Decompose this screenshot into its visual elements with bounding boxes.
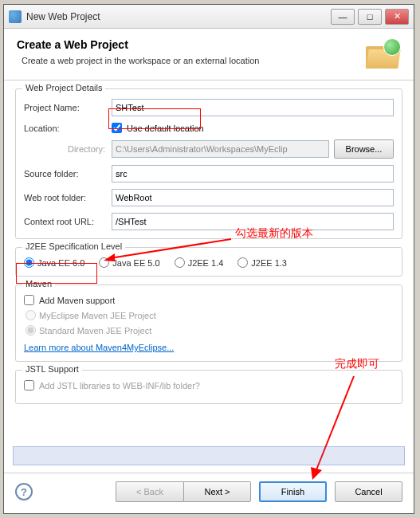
folder-globe-icon xyxy=(366,38,401,69)
add-jstl-label: Add JSTL libraries to WEB-INF/lib folder… xyxy=(39,381,200,390)
java-ee-60-radio[interactable] xyxy=(24,257,34,268)
source-folder-label: Source folder: xyxy=(24,169,112,179)
jstl-group: JSTL Support Add JSTL libraries to WEB-I… xyxy=(15,370,402,404)
footer: ? < Back Next > Finish Cancel xyxy=(4,473,414,513)
java-ee-60-label: Java EE 6.0 xyxy=(37,258,84,268)
help-icon[interactable]: ? xyxy=(15,483,33,500)
finish-button[interactable]: Finish xyxy=(259,481,327,502)
web-root-label: Web root folder: xyxy=(24,193,112,202)
use-default-label: Use default location xyxy=(127,124,204,133)
j2ee-14-label: J2EE 1.4 xyxy=(188,258,224,268)
back-button: < Back xyxy=(116,481,183,502)
cancel-button[interactable]: Cancel xyxy=(335,481,402,502)
j2ee-13-radio[interactable] xyxy=(237,257,248,268)
banner: Create a Web Project Create a web projec… xyxy=(4,29,414,80)
directory-input xyxy=(112,140,329,158)
details-group-title: Web Project Details xyxy=(22,83,105,92)
context-root-input[interactable] xyxy=(112,213,394,230)
web-root-input[interactable] xyxy=(112,189,394,206)
java-ee-50-label: Java EE 5.0 xyxy=(112,258,159,268)
project-name-label: Project Name: xyxy=(24,103,112,112)
project-name-input[interactable] xyxy=(112,99,394,116)
maven-group: Maven Add Maven support MyEclipse Maven … xyxy=(15,285,402,362)
banner-desc: Create a web project in the workspace or… xyxy=(22,56,366,65)
dialog-window: New Web Project — □ ✕ Create a Web Proje… xyxy=(3,4,414,514)
standard-maven-label: Standard Maven JEE Project xyxy=(39,326,151,336)
java-ee-50-radio[interactable] xyxy=(99,257,109,268)
maven-learn-more-link[interactable]: Learn more about Maven4MyEclipse... xyxy=(24,343,174,352)
app-icon xyxy=(9,10,22,23)
myeclipse-maven-label: MyEclipse Maven JEE Project xyxy=(39,311,156,320)
use-default-checkbox[interactable] xyxy=(112,123,122,133)
add-maven-checkbox[interactable] xyxy=(24,295,34,305)
next-button[interactable]: Next > xyxy=(183,481,251,502)
j2ee-14-radio[interactable] xyxy=(175,257,185,268)
myeclipse-maven-radio xyxy=(26,310,36,320)
maximize-button[interactable]: □ xyxy=(358,9,382,25)
close-button[interactable]: ✕ xyxy=(385,9,409,25)
titlebar: New Web Project — □ ✕ xyxy=(4,5,414,29)
window-title: New Web Project xyxy=(26,11,331,22)
context-root-label: Context root URL: xyxy=(24,217,112,226)
add-jstl-checkbox[interactable] xyxy=(24,380,34,390)
banner-title: Create a Web Project xyxy=(17,38,366,51)
standard-maven-radio xyxy=(26,325,36,336)
j2ee-group: J2EE Specification Level Java EE 6.0 Jav… xyxy=(15,247,402,277)
browse-button[interactable]: Browse... xyxy=(334,139,394,159)
maven-group-title: Maven xyxy=(22,279,55,288)
minimize-button[interactable]: — xyxy=(331,9,355,25)
jstl-group-title: JSTL Support xyxy=(22,364,82,374)
details-group: Web Project Details Project Name: Locati… xyxy=(15,88,402,239)
location-label: Location: xyxy=(24,124,112,133)
source-folder-input[interactable] xyxy=(112,165,394,182)
add-maven-label: Add Maven support xyxy=(39,296,115,305)
j2ee-group-title: J2EE Specification Level xyxy=(22,241,125,251)
j2ee-13-label: J2EE 1.3 xyxy=(251,258,287,268)
directory-label: Directory: xyxy=(24,144,112,154)
